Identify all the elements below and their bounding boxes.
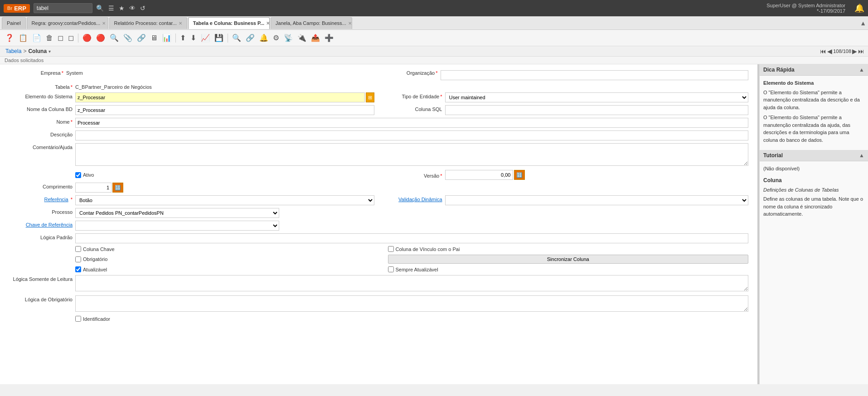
bell-icon[interactable]: 🔔 bbox=[854, 3, 864, 13]
search-btn[interactable]: 🔍 bbox=[108, 33, 120, 43]
config-btn[interactable]: ⚙ bbox=[272, 33, 281, 43]
sep2 bbox=[175, 34, 176, 43]
validacao-dinamica-select[interactable] bbox=[445, 195, 749, 205]
find-btn[interactable]: 🔴 bbox=[81, 33, 93, 43]
sempre-atualizavel-label[interactable]: Sempre Atualizável bbox=[388, 266, 438, 272]
chart-btn[interactable]: 📈 bbox=[199, 33, 211, 43]
coluna-sql-input[interactable] bbox=[445, 105, 749, 115]
refresh-icon[interactable]: ↺ bbox=[140, 5, 145, 12]
nav-last-btn[interactable]: ⏭ bbox=[858, 48, 864, 55]
attach-btn[interactable]: 📎 bbox=[122, 33, 134, 43]
tab-janela[interactable]: Janela, Aba Campo: Business... ✕ bbox=[271, 17, 352, 29]
sep1 bbox=[78, 34, 78, 43]
elemento-sistema-btn[interactable]: ⊞ bbox=[366, 92, 374, 102]
atualizavel-checkbox[interactable] bbox=[75, 266, 81, 272]
coluna-vinculo-checkbox[interactable] bbox=[388, 246, 394, 252]
descricao-input[interactable] bbox=[75, 130, 748, 140]
chave-referencia-link[interactable]: Chave de Referência bbox=[26, 222, 73, 227]
dica-text1: O "Elemento do Sistema" permite a manute… bbox=[763, 89, 864, 111]
organizacao-input[interactable] bbox=[441, 70, 749, 80]
logica-padrao-input[interactable] bbox=[75, 233, 748, 243]
tab-tabela-coluna[interactable]: Tabela e Coluna: Business P... ✕ bbox=[188, 17, 270, 29]
tree-btn[interactable]: 🔗 bbox=[244, 33, 256, 43]
report-btn[interactable]: 📊 bbox=[161, 33, 173, 43]
export-btn[interactable]: 📤 bbox=[310, 33, 321, 43]
tabs-collapse-icon[interactable]: ▲ bbox=[860, 19, 866, 27]
plugin-btn[interactable]: 🔌 bbox=[296, 33, 308, 43]
tab-relatorio-close[interactable]: ✕ bbox=[179, 21, 182, 26]
sempre-atualizavel-checkbox[interactable] bbox=[388, 266, 394, 272]
user-info: SuperUser @ System Administrator *-17/09… bbox=[766, 3, 845, 14]
nav-first-btn[interactable]: ⏮ bbox=[820, 48, 826, 55]
nav-next-btn[interactable]: ▶ bbox=[852, 48, 857, 55]
versao-input[interactable] bbox=[445, 170, 513, 180]
redo-btn[interactable]: ◻ bbox=[67, 33, 75, 43]
coluna-vinculo-label[interactable]: Coluna de Vínculo com o Pai bbox=[388, 246, 460, 252]
down-btn[interactable]: ⬇ bbox=[189, 33, 198, 43]
search-icon[interactable]: 🔍 bbox=[96, 5, 104, 12]
menu-icon[interactable]: ☰ bbox=[108, 5, 114, 12]
atualizavel-label[interactable]: Atualizável bbox=[75, 266, 107, 272]
coluna-sql-label: Coluna SQL bbox=[383, 105, 442, 112]
coluna-chave-label[interactable]: Coluna Chave bbox=[75, 246, 115, 252]
breadcrumb-dropdown-icon[interactable]: ▾ bbox=[48, 49, 51, 54]
coluna-title: Coluna bbox=[763, 176, 864, 184]
copy-btn[interactable]: 📄 bbox=[31, 33, 43, 43]
up-btn[interactable]: ⬆ bbox=[179, 33, 187, 43]
referencia-select[interactable]: Botão String Integer Table bbox=[75, 195, 374, 205]
nome-coluna-bd-input[interactable] bbox=[75, 105, 374, 115]
coluna-chave-checkbox[interactable] bbox=[75, 246, 81, 252]
help-btn[interactable]: ❓ bbox=[4, 33, 15, 43]
tutorial-content: (Não disponível) Coluna Definições de Co… bbox=[760, 161, 868, 224]
logica-somente-leitura-label: Lógica Somente de Leitura bbox=[9, 275, 73, 282]
status-bar: Dados solicitados bbox=[0, 57, 868, 64]
elemento-sistema-input[interactable] bbox=[75, 92, 365, 102]
identificador-label[interactable]: Identificador bbox=[75, 316, 110, 322]
sincronizar-coluna-btn[interactable]: Sincronizar Coluna bbox=[388, 255, 749, 264]
ativo-checkbox-label[interactable]: Ativo bbox=[75, 172, 94, 178]
logica-somente-leitura-textarea[interactable] bbox=[75, 275, 748, 291]
new-btn[interactable]: 📋 bbox=[17, 33, 29, 43]
obrigatorio-checkbox[interactable] bbox=[75, 256, 81, 262]
filter-btn[interactable]: 🔴 bbox=[95, 33, 107, 43]
nome-input[interactable] bbox=[75, 118, 748, 128]
obrigatorio-label[interactable]: Obrigatório bbox=[75, 256, 107, 262]
screen-btn[interactable]: 🖥 bbox=[149, 33, 159, 43]
undo-btn[interactable]: ◻ bbox=[56, 33, 65, 43]
api-btn[interactable]: 📡 bbox=[282, 33, 294, 43]
delete-btn[interactable]: 🗑 bbox=[44, 33, 54, 43]
tab-janela-close[interactable]: ✕ bbox=[348, 21, 352, 26]
eye-icon[interactable]: 👁 bbox=[129, 5, 136, 12]
referencia-link[interactable]: Referência bbox=[44, 197, 68, 202]
ativo-checkbox[interactable] bbox=[75, 172, 81, 178]
tab-painel[interactable]: Painel bbox=[2, 17, 26, 29]
versao-calc-btn[interactable]: 🔢 bbox=[514, 170, 525, 180]
comprimento-input[interactable] bbox=[75, 183, 112, 193]
save-btn[interactable]: 💾 bbox=[213, 33, 225, 43]
identificador-text: Identificador bbox=[83, 316, 110, 322]
chave-referencia-select[interactable] bbox=[75, 221, 279, 231]
tutorial-collapse[interactable]: ▲ bbox=[859, 152, 864, 159]
dica-rapida-collapse[interactable]: ▲ bbox=[859, 67, 864, 73]
star-icon[interactable]: ★ bbox=[119, 5, 125, 12]
validacao-link[interactable]: Validação Dinâmica bbox=[398, 197, 442, 202]
tab-tabela-close[interactable]: ✕ bbox=[266, 21, 270, 26]
link-btn[interactable]: 🔗 bbox=[136, 33, 147, 43]
breadcrumb-tabela[interactable]: Tabela bbox=[5, 48, 21, 54]
add-btn[interactable]: ➕ bbox=[323, 33, 335, 43]
tab-regra-close[interactable]: ✕ bbox=[102, 21, 106, 26]
processo-select[interactable]: Contar Pedidos PN_contarPedidosPN bbox=[75, 208, 279, 218]
comprimento-calc-btn[interactable]: 🔢 bbox=[112, 183, 123, 193]
tab-regra[interactable]: Regra: groovy:contarPedidos... ✕ bbox=[27, 17, 108, 29]
logica-obrigatorio-textarea[interactable] bbox=[75, 295, 748, 312]
tab-relatorio[interactable]: Relatório Processo: contar... ✕ bbox=[109, 17, 187, 29]
coluna-subtitle: Definições de Colunas de Tabelas bbox=[763, 186, 864, 194]
tipo-entidade-select[interactable]: User maintained Application Dictionary C… bbox=[445, 92, 749, 102]
identificador-checkbox[interactable] bbox=[75, 316, 81, 322]
comentario-ajuda-textarea[interactable] bbox=[75, 143, 748, 166]
search-input[interactable] bbox=[34, 3, 92, 13]
elemento-sistema-label: Elemento do Sistema bbox=[9, 92, 73, 99]
nav-prev-btn[interactable]: ◀ bbox=[827, 48, 832, 55]
alert-btn[interactable]: 🔔 bbox=[258, 33, 270, 43]
zoom-in-btn[interactable]: 🔍 bbox=[231, 33, 242, 43]
